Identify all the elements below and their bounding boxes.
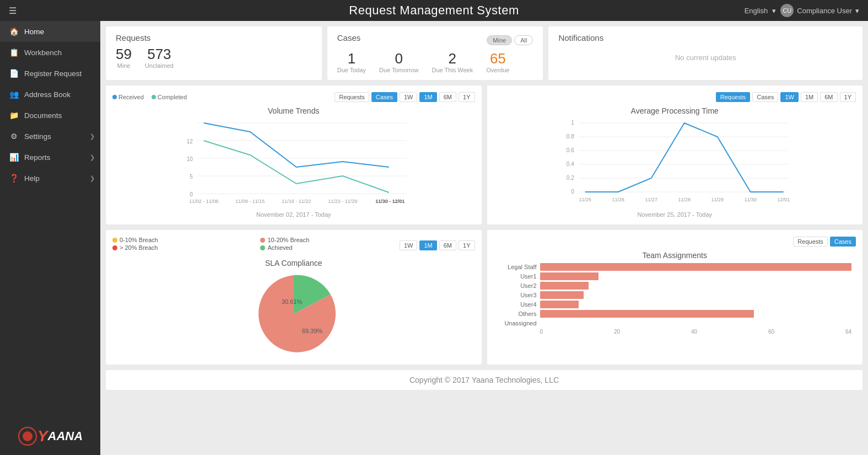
volume-toggle-1m[interactable]: 1M (419, 92, 436, 102)
cases-due-week: 2 Due This Week (432, 51, 473, 73)
help-chevron: ❯ (90, 175, 95, 182)
svg-text:30.61%: 30.61% (282, 298, 303, 305)
mine-all-toggle: Mine All (487, 35, 533, 45)
cases-due-today: 1 Due Today (337, 51, 366, 73)
toggle-mine[interactable]: Mine (487, 35, 512, 45)
charts-grid: Received Completed Requests Cases 1W 1M … (106, 85, 862, 365)
avg-type-cases[interactable]: Cases (752, 92, 778, 102)
sidebar-item-home[interactable]: 🏠 Home (0, 21, 100, 42)
sidebar-item-workbench[interactable]: 📋 Workbench (0, 42, 100, 63)
requests-title: Requests (116, 33, 312, 42)
svg-text:11/09 - 11/15: 11/09 - 11/15 (235, 199, 265, 204)
svg-text:12: 12 (187, 138, 193, 144)
svg-text:0.6: 0.6 (566, 147, 574, 153)
bar-others: Others (498, 310, 852, 318)
requests-unclaimed-label: Unclaimed (145, 62, 174, 69)
volume-toggle-1w[interactable]: 1W (400, 92, 418, 102)
cases-due-tomorrow-value: 0 (379, 51, 418, 66)
sla-legend-10-20: 10-20% Breach (260, 237, 399, 243)
sidebar-label-home: Home (24, 28, 44, 36)
sla-title: SLA Compliance (112, 259, 475, 267)
volume-type-requests[interactable]: Requests (335, 92, 369, 102)
stats-row: Requests 59 Mine 573 Unclaimed Cases (106, 26, 862, 80)
sidebar-item-register-request[interactable]: 📄 Register Request (0, 63, 100, 84)
svg-text:69.39%: 69.39% (302, 328, 323, 334)
sla-dot-0-10 (112, 238, 117, 243)
requests-card: Requests 59 Mine 573 Unclaimed (106, 26, 322, 80)
sla-toggle-6m[interactable]: 6M (439, 240, 456, 250)
settings-icon: ⚙ (9, 132, 19, 141)
main-content: Requests 59 Mine 573 Unclaimed Cases (100, 21, 868, 455)
notifications-card: Notifications No current updates (548, 26, 862, 80)
team-assignments-card: Requests Cases Team Assignments Legal St… (487, 230, 863, 365)
volume-controls: Requests Cases 1W 1M 6M 1Y (335, 92, 475, 102)
completed-dot (152, 95, 156, 99)
app-header: ☰ Request Management System English ▾ CU… (0, 0, 868, 21)
bar-unassigned: Unassigned (498, 319, 852, 327)
language-selector[interactable]: English (745, 7, 768, 15)
svg-text:10: 10 (187, 156, 193, 162)
hamburger-menu[interactable]: ☰ (9, 6, 17, 16)
avg-toggle-1w[interactable]: 1W (780, 92, 799, 102)
reports-chevron: ❯ (90, 154, 95, 161)
sidebar-item-reports[interactable]: 📊 Reports ❯ (0, 147, 100, 168)
requests-mine: 59 Mine (116, 47, 132, 69)
sidebar-label-workbench: Workbench (24, 49, 62, 57)
sidebar-label-documents: Documents (24, 111, 62, 120)
documents-icon: 📁 (9, 111, 19, 120)
svg-text:11/25: 11/25 (579, 197, 591, 202)
sidebar-item-help[interactable]: ❓ Help ❯ (0, 168, 100, 189)
cases-title: Cases (337, 33, 361, 42)
bar-tick-labels: 0 20 40 60 64 (540, 329, 852, 335)
requests-mine-label: Mine (116, 62, 132, 69)
sla-dot-achieved (260, 245, 265, 250)
avg-toggle-1y[interactable]: 1Y (840, 92, 856, 102)
avg-toggle-6m[interactable]: 6M (820, 92, 837, 102)
header-right: English ▾ CU Compliance User ▾ (745, 4, 859, 17)
bar-user2: User2 (498, 282, 852, 290)
volume-toggle-6m[interactable]: 6M (439, 92, 456, 102)
team-header: Requests Cases (494, 237, 856, 247)
sidebar-logo: Y AANA (0, 417, 100, 455)
reports-icon: 📊 (9, 153, 19, 162)
user-menu[interactable]: CU Compliance User ▾ (780, 4, 859, 17)
team-toggle-cases[interactable]: Cases (830, 237, 856, 247)
workbench-icon: 📋 (9, 48, 19, 57)
svg-text:11/29: 11/29 (711, 197, 724, 202)
volume-trends-chart: 0 5 10 12 11/02 - 11/08 11/09 - 11/15 11… (112, 117, 475, 206)
bar-user3: User3 (498, 291, 852, 299)
username: Compliance User (797, 7, 852, 15)
sidebar-item-address-book[interactable]: 👥 Address Book (0, 84, 100, 105)
toggle-all[interactable]: All (514, 35, 533, 45)
avg-type-requests[interactable]: Requests (716, 92, 750, 102)
team-toggle-requests[interactable]: Requests (793, 237, 827, 247)
sidebar-item-documents[interactable]: 📁 Documents (0, 105, 100, 126)
avg-processing-card: Requests Cases 1W 1M 6M 1Y Average Proce… (487, 85, 863, 224)
svg-text:11/30: 11/30 (744, 197, 757, 202)
volume-subtitle: November 02, 2017 - Today (112, 211, 475, 218)
sidebar-label-settings: Settings (24, 132, 51, 141)
volume-toggle-1y[interactable]: 1Y (459, 92, 475, 102)
sidebar-item-settings[interactable]: ⚙ Settings ❯ (0, 126, 100, 147)
received-dot (112, 95, 117, 99)
sla-toggle-1y[interactable]: 1Y (459, 240, 475, 250)
sla-toggle-1w[interactable]: 1W (400, 240, 418, 250)
sidebar-label-register-request: Register Request (24, 69, 82, 78)
sla-legend: 0-10% Breach 10-20% Breach > 20% Breach (112, 237, 400, 251)
cases-due-today-value: 1 (337, 51, 366, 66)
svg-text:1: 1 (571, 120, 574, 126)
svg-text:5: 5 (190, 174, 193, 180)
volume-type-cases[interactable]: Cases (371, 92, 397, 102)
sla-header: 0-10% Breach 10-20% Breach > 20% Breach (112, 237, 475, 254)
svg-text:11/28: 11/28 (678, 197, 691, 202)
sidebar-label-address-book: Address Book (24, 90, 71, 99)
avg-toggle-1m[interactable]: 1M (801, 92, 818, 102)
sidebar-label-reports: Reports (24, 153, 50, 162)
svg-text:0.2: 0.2 (566, 175, 574, 181)
avg-processing-title: Average Processing Time (494, 106, 856, 115)
help-icon: ❓ (9, 174, 19, 183)
sla-compliance-card: 0-10% Breach 10-20% Breach > 20% Breach (106, 230, 482, 365)
notifications-empty: No current updates (558, 47, 853, 68)
sidebar-label-help: Help (24, 174, 40, 183)
sla-toggle-1m[interactable]: 1M (419, 240, 436, 250)
